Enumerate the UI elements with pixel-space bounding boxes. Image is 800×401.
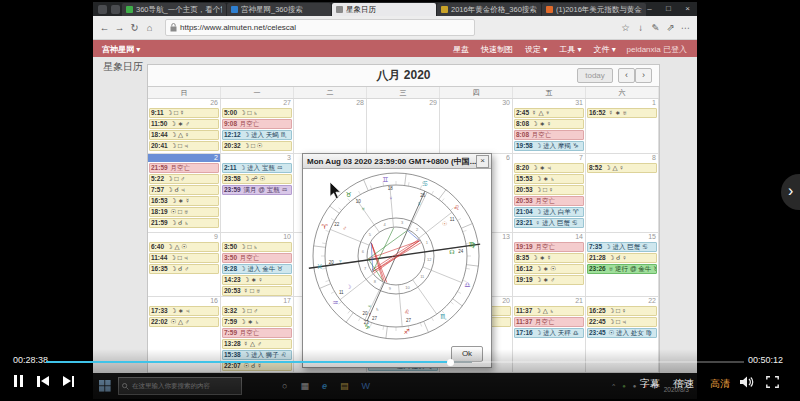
calendar-event[interactable]: 7:57 ☽ ☌ ♃ [149,185,219,195]
download-icon[interactable]: ↓ [633,22,648,33]
calendar-event[interactable]: 16:52 ☿ ∗ ♅ [587,108,657,118]
calendar-event[interactable]: 18:44 ☽ △ ♀ [149,130,219,140]
overlay-next-arrow[interactable]: › [781,174,800,210]
favorite-star-icon[interactable]: ☆ [618,22,633,33]
site-brand-menu[interactable]: 宫神星网 ▾ [102,44,140,55]
calendar-event[interactable]: 23:26 ♅ 逆行 @ 金牛 ♉ [587,264,657,274]
refresh-icon[interactable]: ↻ [127,22,142,33]
calendar-event[interactable]: 3:50 ☽ □ ♄ [222,242,292,252]
window-maximize[interactable]: □ [659,2,678,16]
day-cell[interactable]: 1419:19 月空亡8:35 ☽ ∗ ☿16:12 ☽ ∗ ☉19:19 ☽ … [513,233,586,296]
calendar-event[interactable]: 16:25 ☽ □ ♀ [587,306,657,316]
window-minimize[interactable]: – [640,2,659,16]
calendar-event[interactable]: 8:08 月空亡 [514,130,584,140]
calendar-event[interactable]: 21:04 ☽ 进入 白羊 ♈ [514,207,584,217]
calendar-event[interactable]: 23:58 ☽ ☍ ☉ [222,174,292,184]
day-cell[interactable]: 103:50 ☽ □ ♄3:50 月空亡9:28 ☽ 进入 金牛 ♉14:23 … [221,233,294,296]
calendar-event[interactable]: 20:53 月空亡 [514,196,584,206]
calendar-event[interactable]: 23:21 ♀ 进入 巨蟹 ♋ [514,218,584,228]
calendar-event[interactable]: 7:59 ☽ ∗ ♄ [222,317,292,327]
calendar-event[interactable]: 13:28 ☿ △ ♂ [222,339,292,349]
day-cell[interactable]: 116:52 ☿ ∗ ♅ [586,99,659,153]
close-icon[interactable]: × [476,155,489,168]
login-status[interactable]: peidanxia 已登入 [627,44,687,55]
calendar-event[interactable]: 9:08 月空亡 [222,119,292,129]
calendar-event[interactable]: 22:45 ☽ □ ♃ [587,317,657,327]
home-icon[interactable]: ⌂ [142,22,157,33]
calendar-event[interactable]: 7:35 ☽ 进入 巨蟹 ♋ [587,242,657,252]
calendar-event[interactable]: 23:59 满月 @ 宝瓶 ♒ [222,185,292,195]
subtitles-button[interactable]: 字幕 [640,377,660,391]
volume-icon[interactable] [740,376,754,388]
browser-menu-icon[interactable] [111,5,120,14]
browser-tab[interactable]: 宫神星网_360搜索 [227,3,331,16]
calendar-event[interactable]: 16:35 ☽ ☌ ♂ [149,264,219,274]
prev-month-button[interactable]: ‹ [618,68,635,83]
next-month-button[interactable]: › [635,68,652,83]
calendar-event[interactable]: 2:11 ☽ 进入 宝瓶 ♒ [222,163,292,173]
calendar-event[interactable]: 20:53 ☿ □ ♅ [222,286,292,296]
day-cell[interactable]: 29 [367,99,440,153]
calendar-event[interactable]: 9:28 ☽ 进入 金牛 ♉ [222,264,292,274]
calendar-event[interactable]: 21:28 ☽ ☌ ♀ [587,253,657,263]
navbar-item[interactable]: 设定 ▾ [525,44,547,55]
calendar-event[interactable]: 8:52 ☽ △ ♀ [587,163,657,173]
navbar-item[interactable]: 快速制图 [481,44,513,55]
calendar-event[interactable]: 8:08 ☽ ∗ ♀ [514,119,584,129]
calendar-event[interactable]: 18:19 ☉ □ ♅ [149,207,219,217]
calendar-event[interactable]: 19:58 ☽ 进入 摩羯 ♑ [514,141,584,151]
calendar-event[interactable]: 3:32 ☽ □ ♂ [222,306,292,316]
calendar-event[interactable]: 11:50 ☽ ∗ ♂ [149,119,219,129]
fullscreen-icon[interactable] [766,376,779,388]
speed-button[interactable]: 倍速 [674,377,694,391]
day-cell[interactable]: 28 [294,99,367,153]
calendar-event[interactable]: 2:45 ☿ △ ♆ [514,108,584,118]
calendar-event[interactable]: 17:33 ☽ ∗ ♃ [149,306,219,316]
calendar-event[interactable]: 7:59 月空亡 [222,328,292,338]
calendar-event[interactable]: 12:12 ☽ 进入 天蝎 ♏ [222,130,292,140]
browser-tab[interactable]: 360导航_一个主页，看个世 [122,3,226,16]
calendar-event[interactable]: 20:32 ☽ □ ☉ [222,141,292,151]
calendar-event[interactable]: 6:40 ☽ △ ☉ [149,242,219,252]
calendar-event[interactable]: 16:53 ☽ ∗ ☿ [149,196,219,206]
calendar-event[interactable]: 20:41 ☽ □ ♃ [149,141,219,151]
browser-tab[interactable]: 2016年黄金价格_360搜索 [437,3,541,16]
day-cell[interactable]: 30 [440,99,513,153]
calendar-event[interactable]: 22:02 ☉ △ ♂ [149,317,219,327]
calendar-event[interactable]: 23:45 ☉ 进入 处女 ♍ [587,328,657,338]
day-cell[interactable]: 96:40 ☽ △ ☉11:44 ☽ □ ♃16:35 ☽ ☌ ♂ [148,233,221,296]
calendar-event[interactable]: 15:53 ☽ ∗ ♄ [514,174,584,184]
calendar-event[interactable]: 20:53 ☽ □ ♀ [514,185,584,195]
browser-menu-icon[interactable] [98,5,107,14]
progress-bar[interactable] [46,361,744,363]
calendar-event[interactable]: 5:00 ☽ □ ♄ [222,108,292,118]
edit-icon[interactable]: ✎ [648,22,663,33]
progress-handle[interactable] [447,359,454,366]
calendar-event[interactable]: 11:37 月空亡 [514,317,584,327]
navbar-item[interactable]: 星盘 [453,44,469,55]
calendar-event[interactable]: 3:50 月空亡 [222,253,292,263]
navbar-item[interactable]: 工具 ▾ [559,44,581,55]
next-button[interactable] [63,376,75,387]
calendar-event[interactable]: 16:12 ☽ ∗ ☉ [514,264,584,274]
day-cell[interactable]: 275:00 ☽ □ ♄9:08 月空亡12:12 ☽ 进入 天蝎 ♏20:32… [221,99,294,153]
navbar-item[interactable]: 文件 ▾ [594,44,616,55]
calendar-event[interactable]: 21:59 ☽ ☌ ♄ [149,218,219,228]
day-cell[interactable]: 312:45 ☿ △ ♆8:08 ☽ ∗ ♀8:08 月空亡19:58 ☽ 进入… [513,99,586,153]
day-cell[interactable]: 88:52 ☽ △ ♀ [586,154,659,232]
browser-tab[interactable]: 星象日历 [332,3,436,16]
back-icon[interactable]: ← [97,22,112,33]
browser-tab[interactable]: (1)2016年美元指数与黄金价 [542,3,646,16]
pause-button[interactable] [14,375,23,387]
calendar-event[interactable]: 5:22 ☽ □ ♂ [149,174,219,184]
today-button[interactable]: today [577,68,613,83]
day-cell[interactable]: 269:11 ☽ □ ☿11:50 ☽ ∗ ♂18:44 ☽ △ ♀20:41 … [148,99,221,153]
forward-icon[interactable]: → [112,22,127,33]
calendar-event[interactable]: 14:23 ☽ ∗ ♀ [222,275,292,285]
day-cell[interactable]: 78:20 ☽ ∗ ♃15:53 ☽ ∗ ♄20:53 ☽ □ ♀20:53 月… [513,154,586,232]
more-icon[interactable]: ⋯ [678,22,693,33]
calendar-event[interactable]: 19:19 月空亡 [514,242,584,252]
quality-button[interactable]: 高清 [710,377,730,391]
share-icon[interactable]: ⇗ [663,22,678,33]
calendar-event[interactable]: 19:19 ☽ ∗ ♂ [514,275,584,285]
